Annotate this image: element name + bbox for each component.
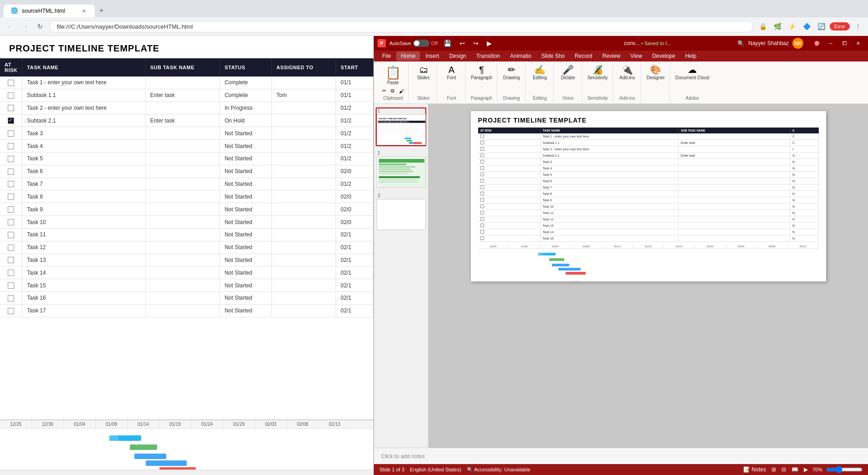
- at-risk-cell[interactable]: [0, 203, 22, 216]
- at-risk-checkbox[interactable]: [8, 80, 14, 86]
- undo-icon[interactable]: ↩: [457, 39, 467, 48]
- designer-button[interactable]: 🎨 Designer: [645, 64, 667, 81]
- at-risk-cell[interactable]: [0, 228, 22, 241]
- dictate-button[interactable]: 🎤 Dictate: [559, 64, 577, 81]
- more-options-btn[interactable]: ⋮: [852, 20, 864, 33]
- at-risk-cell[interactable]: [0, 266, 22, 279]
- slide-sorter-btn[interactable]: ⊟: [781, 466, 787, 473]
- ppt-notes-area[interactable]: Click to add notes: [374, 448, 868, 464]
- search-icon[interactable]: 🔍: [737, 40, 745, 47]
- at-risk-checkbox[interactable]: [8, 282, 14, 289]
- ppt-ribbon-toggle-btn[interactable]: 🎯: [811, 39, 823, 48]
- user-avatar[interactable]: NS: [792, 38, 803, 49]
- paste-button[interactable]: 📋 Paste: [382, 64, 405, 86]
- back-button[interactable]: ←: [4, 21, 15, 32]
- menu-slideshow[interactable]: Slide Sho: [537, 51, 569, 61]
- menu-help[interactable]: Help: [681, 51, 701, 61]
- at-risk-checkbox[interactable]: [8, 194, 14, 200]
- reading-view-btn[interactable]: 📖: [791, 466, 799, 473]
- slide-thumb-3[interactable]: 3: [376, 192, 426, 231]
- ppt-close-btn[interactable]: ✕: [852, 39, 864, 48]
- at-risk-cell[interactable]: [0, 190, 22, 203]
- save-icon[interactable]: 💾: [441, 39, 454, 48]
- slideshow-btn[interactable]: ▶: [803, 466, 809, 473]
- at-risk-checkbox[interactable]: [8, 143, 14, 149]
- at-risk-cell[interactable]: [0, 89, 22, 102]
- ppt-maximize-btn[interactable]: ⧠: [838, 39, 851, 48]
- error-badge[interactable]: Error: [830, 22, 850, 31]
- at-risk-cell[interactable]: [0, 165, 22, 178]
- menu-home[interactable]: Home: [396, 51, 420, 61]
- slide-canvas[interactable]: PROJECT TIMELINE TEMPLATE AT RISK TASK N…: [471, 111, 826, 281]
- browser-tab[interactable]: 🌐 sourceHTML.html ✕: [4, 5, 95, 17]
- menu-transitions[interactable]: Transition: [472, 51, 505, 61]
- at-risk-checkbox[interactable]: [8, 181, 14, 187]
- document-cloud-button[interactable]: ☁ Document Cloud: [674, 64, 711, 81]
- new-tab-button[interactable]: +: [95, 4, 108, 17]
- slide-thumb-1[interactable]: 1 PROJECT TIMELINE TEMPLATE AT RISK TASK…: [376, 107, 426, 146]
- extension-btn-5[interactable]: 🔄: [815, 20, 828, 33]
- horizontal-scrollbar[interactable]: [0, 470, 373, 475]
- extension-btn-4[interactable]: 🔷: [801, 20, 813, 33]
- menu-review[interactable]: Review: [598, 51, 625, 61]
- font-button[interactable]: A Font: [444, 64, 460, 81]
- addins-button[interactable]: 🔌 Add-ins: [618, 64, 637, 81]
- paragraph-button[interactable]: ¶ Paragraph: [469, 64, 494, 81]
- format-painter-button[interactable]: 🖌: [397, 87, 406, 95]
- redo-icon[interactable]: ↪: [471, 39, 481, 48]
- extension-btn-3[interactable]: ⚡: [786, 20, 799, 33]
- menu-record[interactable]: Record: [570, 51, 597, 61]
- at-risk-checkbox[interactable]: [8, 169, 14, 175]
- reload-button[interactable]: ↻: [35, 21, 46, 32]
- present-icon[interactable]: ▶: [485, 39, 494, 48]
- menu-file[interactable]: File: [378, 51, 395, 61]
- menu-animations[interactable]: Animatio: [505, 51, 536, 61]
- drawing-button[interactable]: ✏ Drawing: [501, 64, 522, 81]
- at-risk-checkbox[interactable]: [8, 105, 14, 111]
- notes-btn[interactable]: 📝 Notes: [742, 466, 767, 473]
- at-risk-checkbox[interactable]: [8, 270, 14, 276]
- at-risk-cell[interactable]: [0, 152, 22, 165]
- at-risk-cell[interactable]: [0, 127, 22, 140]
- at-risk-checkbox[interactable]: [8, 130, 14, 137]
- copy-button[interactable]: ⧉: [389, 87, 396, 95]
- at-risk-checkbox[interactable]: [8, 92, 14, 99]
- at-risk-checkbox[interactable]: [8, 206, 14, 213]
- menu-developer[interactable]: Develope: [648, 51, 680, 61]
- at-risk-cell[interactable]: [0, 178, 22, 190]
- forward-button[interactable]: →: [19, 21, 31, 32]
- menu-view[interactable]: View: [626, 51, 647, 61]
- at-risk-checkbox[interactable]: [8, 257, 14, 263]
- editing-button[interactable]: ✍ Editing: [531, 64, 549, 81]
- at-risk-checkbox[interactable]: [8, 245, 14, 251]
- cut-button[interactable]: ✂: [380, 87, 388, 95]
- slide-thumb-2[interactable]: 2: [376, 150, 426, 189]
- at-risk-cell[interactable]: [0, 241, 22, 254]
- menu-design[interactable]: Design: [444, 51, 470, 61]
- address-bar[interactable]: file:///C:/Users/nayyer/Downloads/source…: [49, 21, 753, 32]
- at-risk-cell[interactable]: [0, 114, 22, 127]
- at-risk-cell[interactable]: [0, 292, 22, 305]
- normal-view-btn[interactable]: ⊞: [771, 466, 777, 473]
- at-risk-checkbox[interactable]: [8, 156, 14, 162]
- at-risk-cell[interactable]: [0, 279, 22, 292]
- at-risk-cell[interactable]: [0, 304, 22, 317]
- at-risk-cell[interactable]: [0, 140, 22, 153]
- at-risk-checkbox[interactable]: [8, 232, 14, 238]
- at-risk-cell[interactable]: [0, 102, 22, 114]
- sensitivity-button[interactable]: 🔏 Sensitivity: [586, 64, 610, 81]
- at-risk-checkbox[interactable]: [8, 117, 14, 124]
- at-risk-cell[interactable]: [0, 254, 22, 266]
- at-risk-cell[interactable]: [0, 77, 22, 89]
- at-risk-checkbox[interactable]: [8, 219, 14, 225]
- at-risk-checkbox[interactable]: [8, 308, 14, 314]
- at-risk-checkbox[interactable]: [8, 295, 14, 301]
- extension-btn-2[interactable]: 🌿: [771, 20, 784, 33]
- zoom-slider[interactable]: [826, 466, 863, 473]
- new-slide-button[interactable]: 🗂 Slides: [415, 64, 432, 81]
- at-risk-cell[interactable]: [0, 216, 22, 229]
- ppt-minimize-btn[interactable]: ─: [824, 39, 837, 48]
- extension-btn-1[interactable]: 🔒: [757, 20, 770, 33]
- tab-close-btn[interactable]: ✕: [80, 7, 87, 15]
- menu-insert[interactable]: Insert: [421, 51, 444, 61]
